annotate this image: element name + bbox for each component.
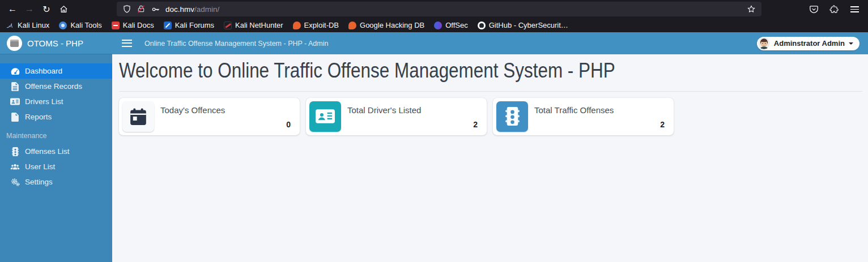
pocket-icon: [809, 5, 819, 14]
sidebar-item-drivers-list[interactable]: Drivers List: [0, 94, 112, 109]
bookmark-label: Kali Forums: [175, 21, 214, 29]
sidebar-section-maintenance: Maintenance: [0, 124, 112, 144]
sidebar-item-reports[interactable]: Reports: [0, 109, 112, 124]
kali-docs-favicon: [112, 22, 120, 29]
navbar-title: Online Traffic Offense Management System…: [144, 40, 328, 48]
reload-button[interactable]: ↻: [39, 2, 54, 16]
bookmark-google-hacking-db[interactable]: Google Hacking DB: [348, 21, 424, 29]
card-body: Total Driver's Listed 2: [341, 101, 483, 132]
bookmark-label: Kali Linux: [18, 21, 49, 29]
brand-text: OTOMS - PHP: [27, 38, 83, 48]
brand-link[interactable]: OTOMS - PHP: [0, 32, 112, 54]
bookmark-kali-docs[interactable]: Kali Docs: [112, 21, 154, 29]
user-menu-button[interactable]: Adminstrator Admin: [757, 37, 860, 50]
file-alt-icon: [10, 82, 20, 91]
bookmark-kali-forums[interactable]: Kali Forums: [164, 21, 214, 29]
card-value: 2: [660, 120, 665, 129]
home-button[interactable]: [56, 2, 71, 16]
traffic-light-icon: [496, 101, 528, 132]
sidebar-item-label: Dashboard: [25, 67, 62, 75]
browser-chrome: ← → ↻ doc.hmv/admin/ Kali: [0, 0, 868, 32]
card-label: Total Traffic Offenses: [534, 105, 665, 115]
id-card-icon: [10, 98, 20, 105]
main-area: Online Traffic Offense Management System…: [112, 32, 868, 262]
github-favicon: [478, 22, 486, 29]
bookmark-github[interactable]: GitHub - CyberSecurit…: [478, 21, 568, 29]
traffic-light-icon: [10, 147, 20, 156]
kali-nethunter-favicon: [224, 22, 232, 29]
url-path: /admin/: [194, 5, 219, 14]
kali-tools-favicon: [59, 22, 67, 29]
bookmark-label: Kali NetHunter: [235, 21, 283, 29]
sidebar: OTOMS - PHP Dashboard Offense Records Dr…: [0, 32, 112, 262]
card-todays-offences: Today's Offences 0: [119, 98, 300, 135]
browser-toolbar: ← → ↻ doc.hmv/admin/: [0, 0, 868, 18]
stat-cards-row: Today's Offences 0 Total Driver's Listed…: [119, 98, 862, 135]
bookmark-kali-tools[interactable]: Kali Tools: [59, 21, 101, 29]
bookmark-label: Kali Tools: [70, 21, 101, 29]
puzzle-icon: [829, 5, 839, 14]
content-area: Welcome to Online Traffic Offense Manage…: [112, 54, 868, 262]
sidebar-item-offense-records[interactable]: Offense Records: [0, 79, 112, 94]
extensions-button[interactable]: [826, 2, 842, 16]
bookmark-label: GitHub - CyberSecurit…: [489, 21, 568, 29]
url-bar[interactable]: doc.hmv/admin/: [117, 2, 761, 16]
sidebar-item-label: Settings: [25, 178, 53, 186]
sidebar-item-settings[interactable]: Settings: [0, 174, 112, 190]
tracking-shield-icon[interactable]: [122, 5, 131, 14]
card-label: Today's Offences: [160, 105, 291, 115]
card-body: Today's Offences 0: [154, 101, 296, 132]
sidebar-toggle-icon[interactable]: [122, 40, 132, 47]
bookmark-kali-linux[interactable]: Kali Linux: [6, 21, 49, 29]
star-icon: [747, 5, 756, 14]
bookmark-exploit-db[interactable]: Exploit-DB: [293, 21, 339, 29]
home-icon: [59, 5, 69, 14]
cogs-icon: [10, 178, 20, 187]
bookmark-label: Google Hacking DB: [360, 21, 424, 29]
card-total-drivers: Total Driver's Listed 2: [306, 98, 487, 135]
bookmark-offsec[interactable]: OffSec: [434, 21, 468, 29]
user-avatar: [758, 37, 770, 49]
user-menu-label: Adminstrator Admin: [774, 39, 845, 48]
caret-down-icon: [849, 42, 853, 45]
forward-icon: →: [25, 4, 34, 14]
kali-forums-favicon: [164, 22, 172, 29]
bookmark-kali-nethunter[interactable]: Kali NetHunter: [224, 21, 283, 29]
key-permission-icon[interactable]: [151, 5, 160, 14]
card-value: 2: [473, 120, 478, 129]
hamburger-icon: [850, 6, 859, 12]
bookmark-star-button[interactable]: [747, 5, 756, 14]
sidebar-item-user-list[interactable]: User List: [0, 159, 112, 174]
file-icon: [10, 113, 20, 122]
card-total-offenses: Total Traffic Offenses 2: [493, 98, 674, 135]
bookmark-label: Kali Docs: [123, 21, 154, 29]
forward-button[interactable]: →: [22, 2, 37, 16]
sidebar-menu: Dashboard Offense Records Drivers List R…: [0, 54, 112, 190]
sidebar-item-offenses-list[interactable]: Offenses List: [0, 144, 112, 159]
exploit-db-favicon: [293, 22, 301, 29]
id-card-icon: [309, 101, 341, 132]
bookmark-label: Exploit-DB: [304, 21, 339, 29]
google-hacking-db-favicon: [348, 22, 356, 29]
sidebar-item-dashboard[interactable]: Dashboard: [0, 63, 112, 79]
page-title: Welcome to Online Traffic Offense Manage…: [119, 59, 751, 83]
app-navbar: Online Traffic Offense Management System…: [112, 32, 868, 54]
back-button[interactable]: ←: [5, 2, 20, 16]
heading-divider: [119, 91, 862, 92]
toolbar-right-group: [806, 2, 863, 16]
address-text[interactable]: doc.hmv/admin/: [165, 5, 219, 14]
brand-logo-icon: [7, 36, 22, 51]
kali-linux-favicon: [6, 22, 14, 29]
url-host: doc.hmv: [165, 5, 194, 14]
tachometer-icon: [10, 67, 20, 75]
card-label: Total Driver's Listed: [347, 105, 478, 115]
pocket-button[interactable]: [806, 2, 822, 16]
app-menu-button[interactable]: [846, 2, 862, 16]
sidebar-item-label: Offense Records: [25, 82, 82, 91]
offsec-favicon: [434, 22, 442, 29]
bookmarks-bar: Kali Linux Kali Tools Kali Docs Kali For…: [0, 18, 868, 32]
sidebar-item-label: User List: [25, 162, 55, 171]
insecure-lock-icon[interactable]: [137, 5, 146, 14]
bookmark-label: OffSec: [445, 21, 468, 29]
calendar-icon: [122, 101, 154, 132]
